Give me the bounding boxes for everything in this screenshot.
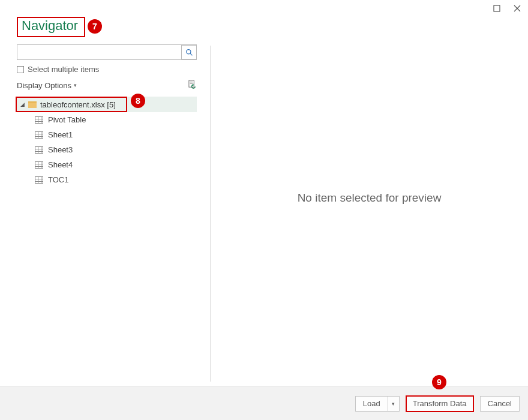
tree-item-label: TOC1 (48, 175, 68, 184)
tree-root-file[interactable]: ◢ tableofcontent.xlsx [5] (16, 97, 127, 112)
dialog-title: Navigator (22, 18, 78, 33)
tree-item[interactable]: TOC1 (17, 172, 197, 187)
load-button[interactable]: Load (355, 396, 388, 412)
annotation-badge-7: 7 (88, 19, 102, 34)
search-input[interactable] (17, 48, 181, 57)
select-multiple-label: Select multiple items (28, 65, 99, 74)
tree-item[interactable]: Pivot Table (17, 112, 197, 127)
transform-data-label: Transform Data (413, 399, 467, 408)
search-button[interactable] (181, 45, 197, 59)
tree-item-label: Sheet4 (48, 160, 73, 169)
svg-point-3 (186, 49, 190, 53)
tree-item-label: Sheet3 (48, 145, 73, 154)
maximize-button[interactable] (491, 2, 503, 14)
folder-icon (28, 101, 37, 108)
annotation-badge-9: 9 (432, 375, 446, 389)
tree-item[interactable]: Sheet3 (17, 142, 197, 157)
display-options-dropdown[interactable]: Display Options ▾ (17, 81, 77, 90)
annotation-badge-8: 8 (131, 94, 145, 108)
navigator-left-pane: Select multiple items Display Options ▾ (0, 42, 210, 384)
svg-rect-0 (494, 5, 500, 11)
transform-data-button[interactable]: Transform Data (406, 395, 474, 412)
load-button-label: Load (363, 399, 380, 408)
tree-item[interactable]: Sheet4 (17, 157, 197, 172)
tree-item[interactable]: Sheet1 (17, 127, 197, 142)
search-box[interactable] (17, 44, 197, 60)
load-dropdown-button[interactable]: ▾ (388, 396, 400, 412)
tree-item-label: Sheet1 (48, 130, 73, 139)
close-button[interactable] (511, 2, 523, 14)
cancel-button-label: Cancel (488, 399, 512, 408)
table-icon (35, 131, 43, 139)
collapse-icon: ◢ (20, 101, 25, 107)
table-icon (35, 161, 43, 169)
svg-line-4 (190, 53, 192, 55)
dialog-footer: Load ▾ Transform Data Cancel (0, 386, 528, 420)
cancel-button[interactable]: Cancel (480, 396, 520, 412)
tree-children: Pivot Table Sheet1 Sheet3 Sheet4 TOC1 (17, 112, 197, 187)
select-multiple-checkbox[interactable]: Select multiple items (17, 65, 198, 74)
navigator-tree: ◢ tableofcontent.xlsx [5] Pivot Table Sh… (17, 97, 197, 187)
refresh-icon (188, 80, 197, 89)
table-icon (35, 176, 43, 184)
table-icon (35, 146, 43, 154)
tree-item-label: Pivot Table (48, 115, 86, 124)
refresh-button[interactable] (188, 80, 197, 91)
load-split-button[interactable]: Load ▾ (355, 396, 400, 412)
search-icon (185, 49, 193, 56)
checkbox-icon (17, 66, 24, 73)
dialog-title-box: Navigator (17, 17, 85, 37)
display-options-label: Display Options (17, 81, 71, 90)
preview-empty-message: No item selected for preview (298, 191, 442, 205)
preview-pane: No item selected for preview (211, 42, 528, 384)
chevron-down-icon: ▾ (74, 82, 77, 88)
tree-root-label: tableofcontent.xlsx [5] (40, 100, 116, 109)
table-icon (35, 116, 43, 124)
chevron-down-icon: ▾ (392, 401, 395, 407)
